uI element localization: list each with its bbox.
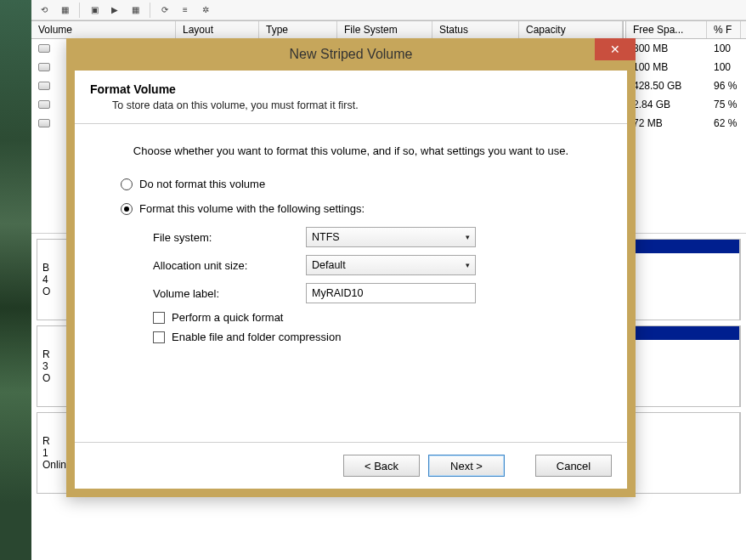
col-volume[interactable]: Volume: [31, 21, 176, 38]
pct-free-cell: 75 %: [707, 97, 741, 112]
desktop-wallpaper-sliver: [0, 0, 31, 560]
allocation-unit-label: Allocation unit size:: [153, 259, 306, 272]
disk-management-panel: Volume Layout Type File System Status Ca…: [31, 20, 746, 560]
wizard-title: New Striped Volume: [290, 47, 413, 62]
col-status[interactable]: Status: [432, 21, 519, 38]
toolbar-btn[interactable]: ≡: [178, 3, 193, 18]
toolbar-btn[interactable]: ⟳: [157, 3, 172, 18]
pct-free-cell: 62 %: [707, 116, 741, 131]
pct-free-cell: 100: [707, 59, 741, 75]
wizard-heading: Format Volume: [90, 82, 612, 96]
col-percent-free[interactable]: % F: [707, 21, 741, 38]
option-label: Format this volume with the following se…: [139, 202, 365, 215]
filesystem-label: File system:: [153, 231, 306, 244]
wizard-prompt: Choose whether you want to format this v…: [102, 144, 600, 157]
back-button[interactable]: < Back: [343, 455, 420, 477]
allocation-unit-select[interactable]: Default ▾: [306, 255, 476, 275]
free-space-cell: 100 MB: [626, 59, 707, 75]
toolbar-btn[interactable]: ▦: [57, 3, 72, 18]
option-format-with-settings[interactable]: Format this volume with the following se…: [121, 202, 600, 215]
volume-label-input[interactable]: MyRAID10: [306, 283, 476, 303]
free-space-cell: 72 MB: [626, 116, 707, 131]
free-space-cell: 2.84 GB: [626, 97, 707, 112]
toolbar-btn[interactable]: ✲: [198, 3, 213, 18]
radio-icon: [121, 203, 133, 215]
radio-icon: [121, 178, 133, 190]
col-filesystem[interactable]: File System: [337, 21, 432, 38]
select-value: Default: [312, 259, 346, 271]
next-button[interactable]: Next >: [428, 455, 505, 477]
checkbox-icon: [153, 312, 165, 324]
volume-table-header: Volume Layout Type File System Status Ca…: [31, 20, 746, 39]
compression-checkbox[interactable]: Enable file and folder compression: [153, 331, 600, 343]
wizard-subtitle: To store data on this volume, you must f…: [112, 99, 612, 111]
cancel-button[interactable]: Cancel: [535, 455, 612, 477]
option-do-not-format[interactable]: Do not format this volume: [121, 178, 600, 190]
checkbox-label: Enable file and folder compression: [172, 331, 341, 343]
toolbar-btn[interactable]: ▶: [107, 3, 122, 18]
chevron-down-icon: ▾: [466, 233, 470, 241]
col-layout[interactable]: Layout: [176, 21, 259, 38]
close-icon: ✕: [610, 42, 620, 56]
filesystem-select[interactable]: NTFS ▾: [306, 227, 476, 247]
wizard-title-bar[interactable]: New Striped Volume ✕: [66, 38, 636, 71]
checkbox-icon: [153, 331, 165, 343]
new-striped-volume-wizard: New Striped Volume ✕ Format Volume To st…: [66, 38, 636, 497]
quick-format-checkbox[interactable]: Perform a quick format: [153, 311, 600, 324]
disk-icon: [38, 82, 50, 90]
wizard-footer: < Back Next > Cancel: [75, 442, 627, 489]
toolbar-btn[interactable]: ▣: [87, 3, 102, 18]
close-button[interactable]: ✕: [595, 38, 636, 60]
disk-icon: [38, 119, 50, 127]
disk-icon: [38, 44, 50, 53]
disk-icon: [38, 63, 50, 71]
toolbar-btn[interactable]: ⟲: [37, 3, 52, 18]
chevron-down-icon: ▾: [466, 261, 470, 269]
checkbox-label: Perform a quick format: [172, 311, 284, 324]
toolbar: ⟲ ▦ ▣ ▶ ▦ ⟳ ≡ ✲: [31, 0, 746, 20]
volume-label-label: Volume label:: [153, 287, 306, 300]
pct-free-cell: 100: [707, 41, 741, 56]
option-label: Do not format this volume: [139, 178, 265, 190]
wizard-header: Format Volume To store data on this volu…: [75, 71, 627, 124]
free-space-cell: 428.50 GB: [626, 78, 707, 93]
col-capacity[interactable]: Capacity: [519, 21, 623, 38]
wizard-body: Choose whether you want to format this v…: [75, 124, 627, 442]
select-value: NTFS: [312, 231, 340, 243]
toolbar-btn[interactable]: ▦: [127, 3, 143, 18]
free-space-cell: 300 MB: [626, 41, 707, 56]
col-type[interactable]: Type: [259, 21, 337, 38]
disk-icon: [38, 100, 50, 109]
col-free-space[interactable]: Free Spa...: [626, 21, 707, 38]
pct-free-cell: 96 %: [707, 78, 741, 93]
input-value: MyRAID10: [312, 287, 363, 299]
